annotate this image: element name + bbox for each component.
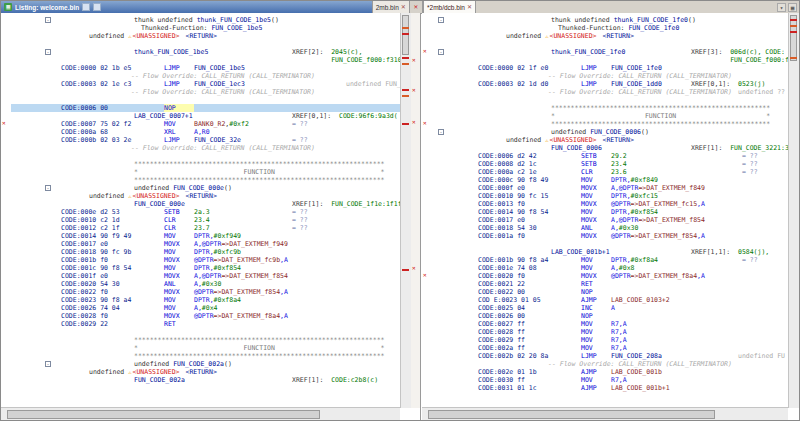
left-panel-title[interactable]: ≣ Listing: welcome.bin bbox=[1, 1, 372, 13]
right-listing-row[interactable]: CODE:000c 90 f8 49MOVDPTR,#0xf849 bbox=[432, 176, 788, 184]
chevron-down-icon[interactable]: ▾ bbox=[777, 3, 786, 12]
fold-toggle-icon[interactable]: - bbox=[45, 361, 51, 367]
right-listing-row[interactable]: COD E:0023 01 05AJMPLAB_CODE_0103+2 bbox=[432, 296, 788, 304]
error-marker-icon[interactable]: ✕ bbox=[2, 119, 6, 126]
left-listing-row[interactable]: CODE:0029 22RET bbox=[11, 320, 400, 328]
left-listing-row[interactable] bbox=[11, 96, 400, 104]
left-listing-row[interactable]: -undefined FUN_CODE_002a() bbox=[11, 360, 400, 368]
right-listing-row[interactable]: CODE:0006 d2 42SETB29.2= ?? bbox=[432, 152, 788, 160]
left-listing-row[interactable]: ****************************************… bbox=[11, 352, 400, 360]
left-listing-row[interactable]: ****************************************… bbox=[11, 160, 400, 168]
right-listing-row[interactable]: * FUNCTION * bbox=[432, 112, 788, 120]
left-listing-row[interactable]: -thunk undefined thunk_FUN_CODE_1be5() bbox=[11, 16, 400, 24]
right-listing-row[interactable]: CODE:002e 01 1bAJMPLAB_CODE_001b bbox=[432, 368, 788, 376]
left-listing-row[interactable]: Thunked-Function: FUN_CODE_1be5 bbox=[11, 24, 400, 32]
left-listing-row[interactable]: -undefined FUN_CODE_000e() bbox=[11, 184, 400, 192]
right-listing-row[interactable] bbox=[432, 240, 788, 248]
left-listing-row[interactable]: CODE:001b f0MOVX@DPTR=>DAT_EXTMEM_fc9b,A bbox=[11, 256, 400, 264]
left-listing-row[interactable]: CODE:001f e0MOVXA,@DPTR=>DAT_EXTMEM_f854 bbox=[11, 272, 400, 280]
tab-2mb-bin[interactable]: 2mb.bin ✕ bbox=[372, 1, 410, 13]
left-listing-row[interactable]: CODE:0017 e0MOVXA,@DPTR=>DAT_EXTMEM_f949 bbox=[11, 240, 400, 248]
right-listing-row[interactable]: FUN_CODE_f000:f06 bbox=[432, 56, 788, 64]
scroll-thumb[interactable] bbox=[7, 410, 320, 419]
right-listing-row[interactable]: FUN_CODE_0006XREF[1]: FUN_CODE_3221:322 bbox=[432, 144, 788, 152]
left-listing-row[interactable] bbox=[11, 152, 400, 160]
right-listing-row[interactable]: CODE:000f e0MOVXA,@DPTR=>DAT_EXTMEM_f849 bbox=[432, 184, 788, 192]
fold-toggle-icon[interactable]: - bbox=[45, 185, 51, 191]
right-listing-row[interactable]: undefined⚠<UNASSIGNED><RETURN> bbox=[432, 136, 788, 144]
left-listing-row[interactable]: -- Flow Override: CALL_RETURN (CALL_TERM… bbox=[11, 144, 400, 152]
right-listing-row[interactable]: CODE:001b 90 f8 a4MOVDPTR,#0xf8a4= ?? bbox=[432, 256, 788, 264]
left-listing-row[interactable]: * FUNCTION * bbox=[11, 168, 400, 176]
left-listing-row[interactable]: * FUNCTION * bbox=[11, 344, 400, 352]
right-listing-row[interactable]: CODE:0026 00NOP bbox=[432, 312, 788, 320]
right-listing-row[interactable]: CODE:000a c2 1eCLR23.6= ?? bbox=[432, 168, 788, 176]
right-listing-row[interactable]: CODE:0031 01 1cAJMPLAB_CODE_001b+1 bbox=[432, 384, 788, 392]
left-listing-row[interactable]: undefined⚠<UNASSIGNED><RETURN> bbox=[11, 368, 400, 376]
left-listing-row[interactable]: CODE:000b 02 03 2eLJMPFUN_CODE_32e= ?? bbox=[11, 136, 400, 144]
left-listing-row[interactable]: CODE:001c 90 f8 54MOVDPTR,#0xf854 bbox=[11, 264, 400, 272]
left-listing-row[interactable]: FUN_CODE_f000:f310(c) bbox=[11, 56, 400, 64]
right-listing-row[interactable]: -undefined FUN_CODE_0006() bbox=[432, 128, 788, 136]
left-listing-row[interactable]: ****************************************… bbox=[11, 176, 400, 184]
scroll-thumb[interactable] bbox=[428, 410, 715, 419]
error-marker-icon[interactable]: ✕ bbox=[423, 47, 427, 54]
right-listing-row[interactable] bbox=[432, 40, 788, 48]
left-horizontal-scrollbar[interactable] bbox=[1, 407, 400, 420]
error-marker-icon[interactable]: ✕ bbox=[412, 118, 416, 125]
left-listing-row[interactable]: CODE:0028 f0MOVX@DPTR=>DAT_EXTMEM_f8a4,A bbox=[11, 312, 400, 320]
right-listing-row[interactable]: CODE:0008 d2 1cSETB23.4= ?? bbox=[432, 160, 788, 168]
right-listing-row[interactable]: CODE:0017 e0MOVXA,@DPTR=>DAT_EXTMEM_f854 bbox=[432, 216, 788, 224]
right-listing-row[interactable]: CODE:0013 f0MOVX@DPTR=>DAT_EXTMEM_fc15,A bbox=[432, 200, 788, 208]
fold-toggle-icon[interactable]: - bbox=[438, 17, 444, 23]
right-listing-row[interactable]: ****************************************… bbox=[432, 120, 788, 128]
left-listing-row[interactable]: ****************************************… bbox=[11, 336, 400, 344]
left-listing-row[interactable] bbox=[11, 40, 400, 48]
right-listing-row[interactable]: -thunk_FUN_CODE_1fe0XREF[3]: 006d(c), CO… bbox=[432, 48, 788, 56]
right-listing-row[interactable]: ****************************************… bbox=[432, 104, 788, 112]
tab-close-icon[interactable]: ✕ bbox=[467, 4, 472, 10]
right-listing-row[interactable]: CODE:0030 ffMOVR7,A bbox=[432, 376, 788, 384]
right-listing-row[interactable]: CODE:0010 90 fc 15MOVDPTR,#0xfc15 bbox=[432, 192, 788, 200]
left-listing-row[interactable]: CODE:0003 02 1e c3LJMPFUN_CODE_1ec3undef… bbox=[11, 80, 400, 88]
left-listing-row[interactable]: CODE:0000 02 1b e5LJMPFUN_CODE_1be5 bbox=[11, 64, 400, 72]
left-listing-row[interactable]: -- Flow Override: CALL_RETURN (CALL_TERM… bbox=[11, 88, 400, 96]
right-listing-row[interactable]: CODE:0029 ffMOVR7,A bbox=[432, 336, 788, 344]
fold-toggle-icon[interactable]: - bbox=[45, 17, 51, 23]
error-marker-icon[interactable]: ✕ bbox=[423, 271, 427, 278]
right-listing-row[interactable]: CODE:0025 04INCA bbox=[432, 304, 788, 312]
right-listing-row[interactable]: LAB_CODE_001b+1XREF[1,1]: 0584(j), bbox=[432, 248, 788, 256]
fold-toggle-icon[interactable]: - bbox=[45, 49, 51, 55]
menu-icon[interactable] bbox=[93, 3, 101, 11]
left-listing-row[interactable]: CODE:0010 c2 1dCLR23.4= ?? bbox=[11, 216, 400, 224]
right-listing-row[interactable]: CODE:0027 ffMOVR7,A bbox=[432, 320, 788, 328]
right-listing-row[interactable]: CODE:0000 02 1f e0LJMPFUN_CODE_1fe0 bbox=[432, 64, 788, 72]
right-listing-row[interactable]: CODE:0028 ffMOVR7,A bbox=[432, 328, 788, 336]
scroll-thumb[interactable] bbox=[790, 15, 797, 61]
snapshot-icon[interactable] bbox=[82, 3, 90, 11]
right-listing-row[interactable] bbox=[432, 96, 788, 104]
right-listing[interactable]: -thunk undefined thunk_FUN_CODE_1fe0()Th… bbox=[432, 13, 788, 408]
left-listing-row[interactable]: CODE:0014 90 f9 49MOVDPTR,#0xf949 bbox=[11, 232, 400, 240]
right-listing-row[interactable]: CODE:0022 00NOP bbox=[432, 288, 788, 296]
right-listing-row[interactable]: -thunk undefined thunk_FUN_CODE_1fe0() bbox=[432, 16, 788, 24]
right-listing-row[interactable]: CODE:002a ffMOVR7,A bbox=[432, 344, 788, 352]
left-listing-row[interactable]: CODE:000e d2 53SETB2a.3= ?? bbox=[11, 208, 400, 216]
right-listing-row[interactable]: CODE:0014 90 f8 54MOVDPTR,#0xf854 bbox=[432, 208, 788, 216]
left-listing-row[interactable]: CODE:0007 75 02 f2MOVBANK0_R2,#0xf2= ?? bbox=[11, 120, 400, 128]
error-marker-icon[interactable]: ✕ bbox=[412, 264, 416, 271]
tab-2mbdcb-bin[interactable]: *2mb/dcb.bin ✕ bbox=[423, 1, 476, 13]
left-listing-row[interactable]: -thunk_FUN_CODE_1be5XREF[2]: 2045(c), bbox=[11, 48, 400, 56]
left-vertical-scrollbar[interactable] bbox=[400, 13, 411, 408]
right-listing-row[interactable]: CODE:0018 54 30ANLA,#0x30 bbox=[432, 224, 788, 232]
left-listing-row[interactable]: CODE:0018 90 fc 9bMOVDPTR,#0xfc9b bbox=[11, 248, 400, 256]
left-listing[interactable]: -thunk undefined thunk_FUN_CODE_1be5()Th… bbox=[11, 13, 400, 408]
right-vertical-scrollbar[interactable] bbox=[788, 13, 799, 408]
right-listing-row[interactable]: -- Flow Override: CALL_RETURN (CALL_TERM… bbox=[432, 360, 788, 368]
left-listing-row[interactable]: FUN_CODE_000eXREF[1]: FUN_CODE_1f1e:1f1f… bbox=[11, 200, 400, 208]
tab-close-icon[interactable]: ✕ bbox=[401, 4, 406, 10]
right-listing-row[interactable]: -- Flow Override: CALL_RETURN (CALL_TERM… bbox=[432, 88, 788, 96]
right-listing-row[interactable]: CODE:001e 74 08MOVA,#0x8 bbox=[432, 264, 788, 272]
right-listing-row[interactable]: Thunked-Function: FUN_CODE_1fe0 bbox=[432, 24, 788, 32]
error-marker-icon[interactable]: ✕ bbox=[412, 56, 416, 63]
